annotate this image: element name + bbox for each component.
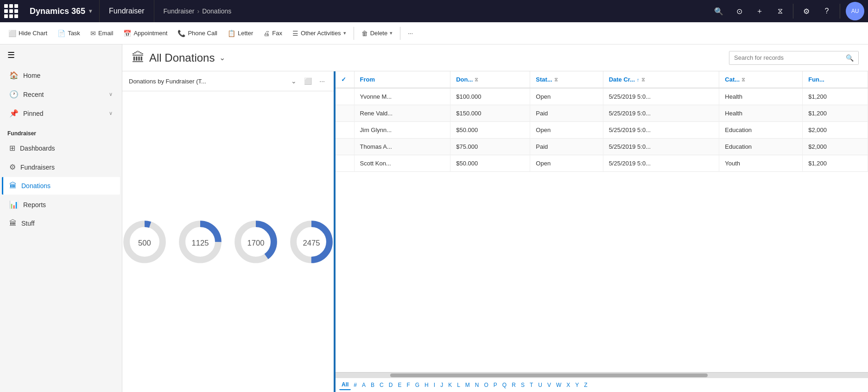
- phone-call-button[interactable]: 📞 Phone Call: [173, 27, 222, 40]
- alpha-btn-all[interactable]: All: [339, 380, 351, 390]
- sidebar-item-stuff[interactable]: 🏛 Stuff: [2, 215, 120, 232]
- cell-date: 5/25/2019 5:0...: [603, 122, 719, 139]
- hide-chart-button[interactable]: ⬜ Hide Chart: [4, 27, 52, 40]
- search-input[interactable]: [729, 51, 841, 64]
- alpha-btn-c[interactable]: C: [377, 380, 386, 390]
- horizontal-scrollbar[interactable]: [336, 372, 868, 378]
- alpha-btn-l[interactable]: L: [455, 380, 463, 390]
- settings-alt-icon[interactable]: ⊙: [730, 2, 748, 20]
- cell-fundraiser: $2,000: [803, 122, 868, 139]
- table-row[interactable]: Rene Vald... $150.000 Paid 5/25/2019 5:0…: [336, 105, 868, 122]
- table-row[interactable]: Jim Glynn... $50.000 Open 5/25/2019 5:0.…: [336, 122, 868, 139]
- col-fundraiser[interactable]: Fun...: [803, 71, 868, 88]
- page-title-dropdown[interactable]: ⌄: [219, 53, 225, 62]
- chart-expand-button[interactable]: ⬜: [302, 76, 314, 86]
- sidebar-item-pinned[interactable]: 📌 Pinned ∨: [2, 104, 120, 122]
- col-date-label: Date Cr...: [609, 76, 635, 83]
- donut-1700: 1700: [233, 219, 279, 265]
- col-date[interactable]: Date Cr... ↑ ⧖: [603, 71, 719, 88]
- alpha-btn-j[interactable]: J: [438, 380, 445, 390]
- alpha-btn-v[interactable]: V: [545, 380, 553, 390]
- row-check[interactable]: [336, 105, 354, 122]
- col-donation[interactable]: Don... ⧖: [450, 71, 530, 88]
- task-button[interactable]: 📄 Task: [53, 27, 85, 40]
- fax-button[interactable]: 🖨 Fax: [259, 27, 287, 40]
- sidebar-item-fundraisers[interactable]: ⚙ Fundraisers: [2, 158, 120, 176]
- avatar[interactable]: AU: [846, 2, 864, 20]
- search-icon[interactable]: 🔍: [710, 2, 728, 20]
- alpha-btn-m[interactable]: M: [463, 380, 472, 390]
- alpha-btn-y[interactable]: Y: [573, 380, 581, 390]
- col-category[interactable]: Cat... ⧖: [719, 71, 803, 88]
- alpha-btn-z[interactable]: Z: [582, 380, 589, 390]
- chart-title: Donations by Fundraiser (T...: [129, 78, 286, 85]
- chart-dropdown-button[interactable]: ⌄: [289, 76, 299, 86]
- plus-icon[interactable]: ＋: [750, 2, 769, 20]
- alpha-btn-a[interactable]: A: [360, 380, 368, 390]
- row-check[interactable]: [336, 139, 354, 155]
- table-row[interactable]: Yvonne M... $100.000 Open 5/25/2019 5:0.…: [336, 88, 868, 105]
- nav-divider-2: [840, 4, 840, 19]
- apps-button[interactable]: [0, 0, 22, 22]
- chart-icon: ⬜: [8, 30, 16, 37]
- letter-button[interactable]: 📋 Letter: [223, 27, 258, 40]
- col-category-label: Cat...: [725, 76, 740, 83]
- alpha-btn-i[interactable]: I: [431, 380, 437, 390]
- alpha-btn-w[interactable]: W: [554, 380, 564, 390]
- chart-panel: Donations by Fundraiser (T... ⌄ ⬜ ··· 50…: [122, 71, 336, 392]
- alpha-btn-s[interactable]: S: [519, 380, 527, 390]
- brand-chevron-icon: ▾: [89, 8, 92, 14]
- sidebar-item-home[interactable]: 🏠 Home: [2, 66, 120, 84]
- alpha-btn-g[interactable]: G: [413, 380, 422, 390]
- row-check[interactable]: [336, 155, 354, 172]
- sidebar-item-recent[interactable]: 🕐 Recent ∨: [2, 85, 120, 103]
- appointment-button[interactable]: 📅 Appointment: [119, 27, 172, 40]
- filter-icon[interactable]: ⧖: [771, 2, 789, 20]
- help-icon[interactable]: ?: [817, 2, 836, 20]
- gear-icon[interactable]: ⚙: [797, 2, 816, 20]
- alpha-btn-x[interactable]: X: [564, 380, 572, 390]
- sidebar-item-reports[interactable]: 📊 Reports: [2, 196, 120, 214]
- col-status-label: Stat...: [536, 76, 552, 83]
- phone-call-label: Phone Call: [188, 30, 217, 37]
- alpha-btn-d[interactable]: D: [386, 380, 395, 390]
- table-row[interactable]: Scott Kon... $50.000 Open 5/25/2019 5:0.…: [336, 155, 868, 172]
- donut-500: 500: [122, 219, 168, 265]
- table-row[interactable]: Thomas A... $75.000 Paid 5/25/2019 5:0..…: [336, 139, 868, 155]
- alpha-btn-h[interactable]: H: [422, 380, 431, 390]
- col-from[interactable]: From: [354, 71, 450, 88]
- alpha-btn-n[interactable]: N: [473, 380, 482, 390]
- alpha-btn-b[interactable]: B: [368, 380, 377, 390]
- sidebar-item-donations[interactable]: 🏛 Donations: [2, 177, 120, 195]
- alpha-btn-f[interactable]: F: [404, 380, 412, 390]
- row-check[interactable]: [336, 88, 354, 105]
- more-button[interactable]: ···: [403, 27, 418, 39]
- sidebar-item-dashboards[interactable]: ⊞ Dashboards: [2, 139, 120, 157]
- alpha-btn-e[interactable]: E: [395, 380, 404, 390]
- alpha-btn-k[interactable]: K: [446, 380, 454, 390]
- cell-category: Education: [719, 122, 803, 139]
- phone-icon: 📞: [177, 30, 185, 37]
- chart-more-button[interactable]: ···: [317, 76, 327, 86]
- cell-fundraiser: $1,200: [803, 88, 868, 105]
- row-check[interactable]: [336, 122, 354, 139]
- alpha-btn-q[interactable]: Q: [500, 380, 509, 390]
- home-icon: 🏠: [9, 71, 19, 80]
- alpha-btn-o[interactable]: O: [482, 380, 491, 390]
- brand-title[interactable]: Dynamics 365 ▾: [22, 0, 100, 22]
- col-status[interactable]: Stat... ⧖: [530, 71, 603, 88]
- donut-svg-1700: 1700: [233, 219, 279, 265]
- delete-button[interactable]: 🗑 Delete ▾: [357, 27, 398, 40]
- alpha-btn-u[interactable]: U: [536, 380, 545, 390]
- hamburger-button[interactable]: ☰: [0, 44, 122, 66]
- search-button[interactable]: 🔍: [841, 51, 858, 64]
- cell-donation: $150.000: [450, 105, 530, 122]
- other-activities-button[interactable]: ☰ Other Activities ▾: [288, 27, 351, 40]
- alpha-btn-r[interactable]: R: [509, 380, 518, 390]
- alpha-btn-p[interactable]: P: [491, 380, 500, 390]
- alpha-btn-t[interactable]: T: [527, 380, 535, 390]
- col-check[interactable]: ✓: [336, 71, 354, 88]
- alpha-btn-#[interactable]: #: [351, 380, 359, 390]
- email-button[interactable]: ✉ Email: [86, 27, 118, 40]
- check-all-icon: ✓: [341, 76, 346, 83]
